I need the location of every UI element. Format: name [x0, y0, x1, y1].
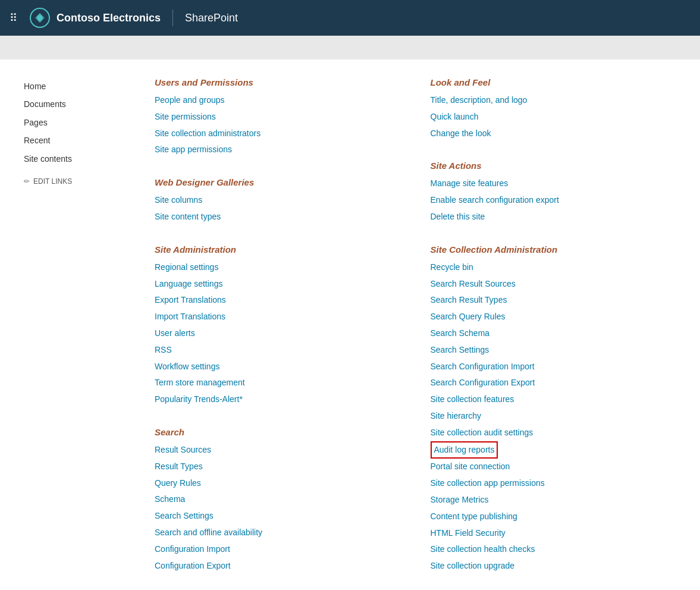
sidebar-item-documents[interactable]: Documents: [24, 95, 143, 113]
link-user-alerts[interactable]: User alerts: [155, 325, 401, 342]
brand-logo-icon: [29, 7, 51, 29]
link-search-offline[interactable]: Search and offline availability: [155, 525, 401, 541]
sidebar-item-recent[interactable]: Recent: [24, 131, 143, 149]
link-portal-site-connection[interactable]: Portal site connection: [431, 459, 677, 475]
link-search-config-import[interactable]: Search Configuration Import: [431, 359, 677, 375]
topbar: ⠿ Contoso Electronics SharePoint: [0, 0, 700, 36]
subheader-bar: [0, 36, 700, 59]
link-enable-search-config-export[interactable]: Enable search configuration export: [431, 192, 677, 209]
link-html-field-security[interactable]: HTML Field Security: [431, 525, 677, 542]
link-site-collection-app-permissions[interactable]: Site collection app permissions: [431, 475, 677, 492]
section-title-search: Search: [155, 427, 401, 437]
link-configuration-export[interactable]: Configuration Export: [155, 558, 401, 575]
section-look-feel: Look and Feel Title, description, and lo…: [431, 77, 677, 142]
sidebar-item-home[interactable]: Home: [24, 77, 143, 95]
sidebar: Home Documents Pages Recent Site content…: [24, 77, 155, 590]
link-query-rules[interactable]: Query Rules: [155, 475, 401, 492]
link-site-content-types[interactable]: Site content types: [155, 209, 401, 225]
logo-area: Contoso Electronics: [29, 7, 161, 29]
section-site-administration: Site Administration Regional settings La…: [155, 244, 401, 408]
link-search-settings-col[interactable]: Search Settings: [431, 342, 677, 359]
link-change-look[interactable]: Change the look: [431, 125, 677, 142]
section-users-permissions: Users and Permissions People and groups …: [155, 77, 401, 158]
link-rss[interactable]: RSS: [155, 342, 401, 359]
app-name: SharePoint: [185, 12, 238, 24]
section-title-web-designer: Web Designer Galleries: [155, 177, 401, 187]
link-export-translations[interactable]: Export Translations: [155, 292, 401, 309]
link-configuration-import[interactable]: Configuration Import: [155, 541, 401, 558]
sidebar-item-site-contents[interactable]: Site contents: [24, 150, 143, 168]
link-quick-launch[interactable]: Quick launch: [431, 109, 677, 125]
section-site-collection-admin: Site Collection Administration Recycle b…: [431, 244, 677, 575]
link-delete-site[interactable]: Delete this site: [431, 209, 677, 225]
link-title-description-logo[interactable]: Title, description, and logo: [431, 92, 677, 109]
link-manage-site-features[interactable]: Manage site features: [431, 175, 677, 192]
edit-links-label: EDIT LINKS: [33, 177, 72, 186]
link-content-type-publishing[interactable]: Content type publishing: [431, 509, 677, 525]
link-workflow-settings[interactable]: Workflow settings: [155, 359, 401, 375]
link-search-result-types[interactable]: Search Result Types: [431, 292, 677, 309]
link-site-hierarchy[interactable]: Site hierarchy: [431, 408, 677, 425]
left-column: Users and Permissions People and groups …: [155, 77, 425, 590]
link-site-app-permissions[interactable]: Site app permissions: [155, 142, 401, 158]
content-columns: Users and Permissions People and groups …: [155, 77, 676, 590]
section-title-site-actions: Site Actions: [431, 161, 677, 171]
brand-name: Contoso Electronics: [56, 12, 161, 24]
section-search: Search Result Sources Result Types Query…: [155, 427, 401, 574]
section-site-actions: Site Actions Manage site features Enable…: [431, 161, 677, 225]
link-search-settings[interactable]: Search Settings: [155, 508, 401, 525]
link-language-settings[interactable]: Language settings: [155, 276, 401, 293]
link-site-collection-upgrade[interactable]: Site collection upgrade: [431, 558, 677, 575]
topbar-divider: [172, 10, 173, 26]
grid-icon[interactable]: ⠿: [10, 11, 17, 24]
section-title-site-collection-admin: Site Collection Administration: [431, 244, 677, 255]
section-title-users-permissions: Users and Permissions: [155, 77, 401, 87]
link-popularity-trends[interactable]: Popularity Trends-Alert*: [155, 391, 401, 408]
link-site-collection-administrators[interactable]: Site collection administrators: [155, 125, 401, 142]
link-term-store-management[interactable]: Term store management: [155, 375, 401, 391]
link-site-columns[interactable]: Site columns: [155, 192, 401, 209]
link-site-collection-health-checks[interactable]: Site collection health checks: [431, 541, 677, 558]
main-content: Home Documents Pages Recent Site content…: [0, 59, 700, 590]
section-title-site-admin: Site Administration: [155, 244, 401, 255]
link-audit-log-reports[interactable]: Audit log reports: [431, 441, 498, 459]
section-title-look-feel: Look and Feel: [431, 77, 677, 87]
link-import-translations[interactable]: Import Translations: [155, 309, 401, 325]
link-search-query-rules[interactable]: Search Query Rules: [431, 309, 677, 325]
link-site-permissions[interactable]: Site permissions: [155, 109, 401, 125]
link-site-collection-audit-settings[interactable]: Site collection audit settings: [431, 425, 677, 441]
link-result-types[interactable]: Result Types: [155, 459, 401, 475]
link-site-collection-features[interactable]: Site collection features: [431, 391, 677, 408]
link-result-sources[interactable]: Result Sources: [155, 442, 401, 459]
right-column: Look and Feel Title, description, and lo…: [425, 77, 677, 590]
pencil-icon: ✏: [24, 177, 30, 186]
link-recycle-bin[interactable]: Recycle bin: [431, 259, 677, 276]
svg-point-1: [37, 15, 42, 20]
link-search-result-sources[interactable]: Search Result Sources: [431, 276, 677, 293]
link-search-schema[interactable]: Search Schema: [431, 325, 677, 342]
link-schema[interactable]: Schema: [155, 491, 401, 508]
link-people-groups[interactable]: People and groups: [155, 92, 401, 109]
edit-links[interactable]: ✏ EDIT LINKS: [24, 177, 143, 186]
link-search-config-export[interactable]: Search Configuration Export: [431, 375, 677, 391]
link-regional-settings[interactable]: Regional settings: [155, 259, 401, 276]
sidebar-item-pages[interactable]: Pages: [24, 114, 143, 131]
link-storage-metrics[interactable]: Storage Metrics: [431, 492, 677, 509]
section-web-designer-galleries: Web Designer Galleries Site columns Site…: [155, 177, 401, 225]
